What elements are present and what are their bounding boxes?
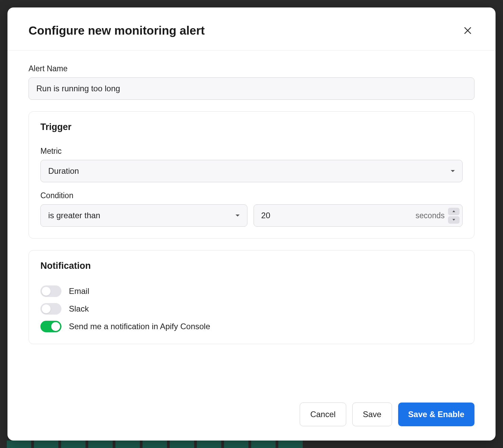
alert-name-input[interactable] xyxy=(29,77,474,100)
caret-up-icon xyxy=(452,210,455,212)
toggle-knob xyxy=(42,287,51,296)
close-icon xyxy=(463,26,472,35)
slack-toggle-label: Slack xyxy=(69,304,89,314)
cancel-button[interactable]: Cancel xyxy=(300,403,346,426)
notification-section-title: Notification xyxy=(40,261,463,271)
save-and-enable-button[interactable]: Save & Enable xyxy=(398,403,474,426)
console-notification-toggle[interactable] xyxy=(40,321,61,332)
toggle-knob xyxy=(51,322,60,331)
modal-body: Alert Name Trigger Metric Duration Condi… xyxy=(7,51,496,391)
condition-field: Condition is greater than seconds xyxy=(40,191,463,227)
modal-header: Configure new monitoring alert xyxy=(7,7,496,51)
alert-name-field: Alert Name xyxy=(29,64,474,100)
trigger-section-title: Trigger xyxy=(40,122,463,132)
condition-unit-label: seconds xyxy=(415,211,445,220)
condition-operator-select[interactable]: is greater than xyxy=(40,204,247,227)
metric-label: Metric xyxy=(40,147,463,156)
console-toggle-label: Send me a notification in Apify Console xyxy=(69,322,210,331)
trigger-section: Trigger Metric Duration Condition is gre… xyxy=(29,111,474,239)
notification-section: Notification Email Slack Send me a notif… xyxy=(29,250,474,344)
slack-toggle[interactable] xyxy=(40,303,61,315)
toggle-knob xyxy=(42,304,51,313)
modal-footer: Cancel Save Save & Enable xyxy=(7,391,496,441)
value-stepper xyxy=(448,208,460,224)
email-toggle[interactable] xyxy=(40,285,61,297)
slack-toggle-row: Slack xyxy=(40,303,463,315)
email-toggle-row: Email xyxy=(40,285,463,297)
condition-value-input[interactable] xyxy=(261,205,416,226)
metric-field: Metric Duration xyxy=(40,147,463,182)
condition-value-wrap: seconds xyxy=(254,204,463,227)
close-button[interactable] xyxy=(461,24,474,37)
stepper-down-button[interactable] xyxy=(448,216,460,224)
condition-label: Condition xyxy=(40,191,463,200)
save-button[interactable]: Save xyxy=(352,403,392,426)
background-decoration xyxy=(0,441,503,448)
caret-down-icon xyxy=(452,219,455,221)
metric-select[interactable]: Duration xyxy=(40,160,463,182)
configure-alert-modal: Configure new monitoring alert Alert Nam… xyxy=(7,7,496,441)
stepper-up-button[interactable] xyxy=(448,208,460,215)
alert-name-label: Alert Name xyxy=(29,64,474,73)
modal-title: Configure new monitoring alert xyxy=(29,24,205,37)
email-toggle-label: Email xyxy=(69,286,89,296)
console-toggle-row: Send me a notification in Apify Console xyxy=(40,321,463,332)
